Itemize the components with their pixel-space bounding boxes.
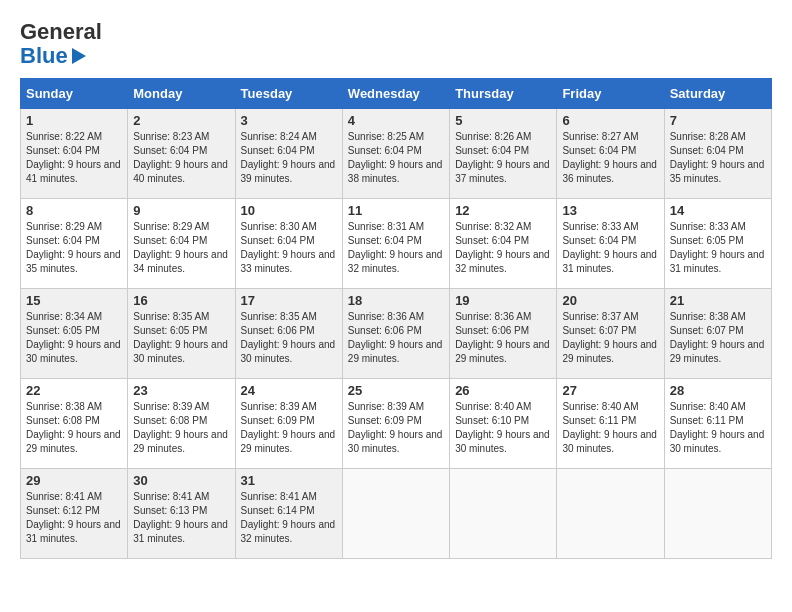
calendar-day-cell — [664, 469, 771, 559]
calendar-day-cell: 8 Sunrise: 8:29 AM Sunset: 6:04 PM Dayli… — [21, 199, 128, 289]
day-number: 24 — [241, 383, 337, 398]
day-info: Sunrise: 8:29 AM Sunset: 6:04 PM Dayligh… — [133, 220, 229, 276]
logo-general: General — [20, 20, 102, 44]
day-info: Sunrise: 8:36 AM Sunset: 6:06 PM Dayligh… — [455, 310, 551, 366]
calendar-day-cell: 25 Sunrise: 8:39 AM Sunset: 6:09 PM Dayl… — [342, 379, 449, 469]
calendar-week-row: 15 Sunrise: 8:34 AM Sunset: 6:05 PM Dayl… — [21, 289, 772, 379]
calendar-day-cell: 7 Sunrise: 8:28 AM Sunset: 6:04 PM Dayli… — [664, 109, 771, 199]
calendar-header-day: Wednesday — [342, 79, 449, 109]
calendar-day-cell — [342, 469, 449, 559]
calendar-day-cell: 13 Sunrise: 8:33 AM Sunset: 6:04 PM Dayl… — [557, 199, 664, 289]
day-number: 26 — [455, 383, 551, 398]
calendar-day-cell: 30 Sunrise: 8:41 AM Sunset: 6:13 PM Dayl… — [128, 469, 235, 559]
day-info: Sunrise: 8:39 AM Sunset: 6:09 PM Dayligh… — [241, 400, 337, 456]
day-number: 23 — [133, 383, 229, 398]
day-info: Sunrise: 8:40 AM Sunset: 6:10 PM Dayligh… — [455, 400, 551, 456]
day-number: 4 — [348, 113, 444, 128]
calendar-day-cell: 18 Sunrise: 8:36 AM Sunset: 6:06 PM Dayl… — [342, 289, 449, 379]
calendar-header-day: Tuesday — [235, 79, 342, 109]
calendar-day-cell: 2 Sunrise: 8:23 AM Sunset: 6:04 PM Dayli… — [128, 109, 235, 199]
day-info: Sunrise: 8:39 AM Sunset: 6:09 PM Dayligh… — [348, 400, 444, 456]
day-number: 25 — [348, 383, 444, 398]
calendar-week-row: 22 Sunrise: 8:38 AM Sunset: 6:08 PM Dayl… — [21, 379, 772, 469]
calendar-week-row: 29 Sunrise: 8:41 AM Sunset: 6:12 PM Dayl… — [21, 469, 772, 559]
calendar-day-cell: 28 Sunrise: 8:40 AM Sunset: 6:11 PM Dayl… — [664, 379, 771, 469]
calendar-day-cell: 10 Sunrise: 8:30 AM Sunset: 6:04 PM Dayl… — [235, 199, 342, 289]
day-number: 7 — [670, 113, 766, 128]
day-number: 13 — [562, 203, 658, 218]
day-info: Sunrise: 8:29 AM Sunset: 6:04 PM Dayligh… — [26, 220, 122, 276]
day-info: Sunrise: 8:40 AM Sunset: 6:11 PM Dayligh… — [562, 400, 658, 456]
day-number: 22 — [26, 383, 122, 398]
day-info: Sunrise: 8:41 AM Sunset: 6:12 PM Dayligh… — [26, 490, 122, 546]
calendar-day-cell — [450, 469, 557, 559]
calendar-week-row: 8 Sunrise: 8:29 AM Sunset: 6:04 PM Dayli… — [21, 199, 772, 289]
calendar-day-cell: 3 Sunrise: 8:24 AM Sunset: 6:04 PM Dayli… — [235, 109, 342, 199]
day-info: Sunrise: 8:23 AM Sunset: 6:04 PM Dayligh… — [133, 130, 229, 186]
calendar-day-cell: 4 Sunrise: 8:25 AM Sunset: 6:04 PM Dayli… — [342, 109, 449, 199]
day-number: 29 — [26, 473, 122, 488]
calendar-day-cell: 23 Sunrise: 8:39 AM Sunset: 6:08 PM Dayl… — [128, 379, 235, 469]
calendar-week-row: 1 Sunrise: 8:22 AM Sunset: 6:04 PM Dayli… — [21, 109, 772, 199]
calendar-day-cell: 26 Sunrise: 8:40 AM Sunset: 6:10 PM Dayl… — [450, 379, 557, 469]
calendar-day-cell: 16 Sunrise: 8:35 AM Sunset: 6:05 PM Dayl… — [128, 289, 235, 379]
day-info: Sunrise: 8:25 AM Sunset: 6:04 PM Dayligh… — [348, 130, 444, 186]
logo: General Blue — [20, 20, 102, 68]
calendar-day-cell: 1 Sunrise: 8:22 AM Sunset: 6:04 PM Dayli… — [21, 109, 128, 199]
calendar-day-cell: 11 Sunrise: 8:31 AM Sunset: 6:04 PM Dayl… — [342, 199, 449, 289]
calendar-table: SundayMondayTuesdayWednesdayThursdayFrid… — [20, 78, 772, 559]
day-info: Sunrise: 8:32 AM Sunset: 6:04 PM Dayligh… — [455, 220, 551, 276]
calendar-day-cell: 21 Sunrise: 8:38 AM Sunset: 6:07 PM Dayl… — [664, 289, 771, 379]
day-number: 17 — [241, 293, 337, 308]
calendar-day-cell: 17 Sunrise: 8:35 AM Sunset: 6:06 PM Dayl… — [235, 289, 342, 379]
day-number: 6 — [562, 113, 658, 128]
calendar-day-cell: 19 Sunrise: 8:36 AM Sunset: 6:06 PM Dayl… — [450, 289, 557, 379]
page-header: General Blue — [20, 20, 772, 68]
day-info: Sunrise: 8:40 AM Sunset: 6:11 PM Dayligh… — [670, 400, 766, 456]
day-info: Sunrise: 8:22 AM Sunset: 6:04 PM Dayligh… — [26, 130, 122, 186]
logo-arrow-icon — [72, 48, 86, 64]
calendar-day-cell: 5 Sunrise: 8:26 AM Sunset: 6:04 PM Dayli… — [450, 109, 557, 199]
calendar-day-cell — [557, 469, 664, 559]
calendar-day-cell: 22 Sunrise: 8:38 AM Sunset: 6:08 PM Dayl… — [21, 379, 128, 469]
day-number: 15 — [26, 293, 122, 308]
calendar-day-cell: 31 Sunrise: 8:41 AM Sunset: 6:14 PM Dayl… — [235, 469, 342, 559]
calendar-header-day: Thursday — [450, 79, 557, 109]
logo-blue: Blue — [20, 44, 68, 68]
calendar-day-cell: 27 Sunrise: 8:40 AM Sunset: 6:11 PM Dayl… — [557, 379, 664, 469]
day-info: Sunrise: 8:38 AM Sunset: 6:07 PM Dayligh… — [670, 310, 766, 366]
day-info: Sunrise: 8:41 AM Sunset: 6:14 PM Dayligh… — [241, 490, 337, 546]
day-info: Sunrise: 8:35 AM Sunset: 6:06 PM Dayligh… — [241, 310, 337, 366]
day-info: Sunrise: 8:31 AM Sunset: 6:04 PM Dayligh… — [348, 220, 444, 276]
day-info: Sunrise: 8:34 AM Sunset: 6:05 PM Dayligh… — [26, 310, 122, 366]
day-number: 16 — [133, 293, 229, 308]
day-info: Sunrise: 8:36 AM Sunset: 6:06 PM Dayligh… — [348, 310, 444, 366]
day-number: 11 — [348, 203, 444, 218]
day-info: Sunrise: 8:27 AM Sunset: 6:04 PM Dayligh… — [562, 130, 658, 186]
day-number: 18 — [348, 293, 444, 308]
day-info: Sunrise: 8:37 AM Sunset: 6:07 PM Dayligh… — [562, 310, 658, 366]
calendar-day-cell: 9 Sunrise: 8:29 AM Sunset: 6:04 PM Dayli… — [128, 199, 235, 289]
day-info: Sunrise: 8:35 AM Sunset: 6:05 PM Dayligh… — [133, 310, 229, 366]
day-number: 31 — [241, 473, 337, 488]
day-info: Sunrise: 8:38 AM Sunset: 6:08 PM Dayligh… — [26, 400, 122, 456]
calendar-day-cell: 20 Sunrise: 8:37 AM Sunset: 6:07 PM Dayl… — [557, 289, 664, 379]
day-number: 9 — [133, 203, 229, 218]
day-info: Sunrise: 8:24 AM Sunset: 6:04 PM Dayligh… — [241, 130, 337, 186]
day-number: 12 — [455, 203, 551, 218]
day-number: 20 — [562, 293, 658, 308]
calendar-day-cell: 29 Sunrise: 8:41 AM Sunset: 6:12 PM Dayl… — [21, 469, 128, 559]
calendar-day-cell: 24 Sunrise: 8:39 AM Sunset: 6:09 PM Dayl… — [235, 379, 342, 469]
day-number: 10 — [241, 203, 337, 218]
calendar-header-day: Sunday — [21, 79, 128, 109]
day-number: 28 — [670, 383, 766, 398]
day-info: Sunrise: 8:39 AM Sunset: 6:08 PM Dayligh… — [133, 400, 229, 456]
day-number: 3 — [241, 113, 337, 128]
calendar-header-day: Monday — [128, 79, 235, 109]
day-info: Sunrise: 8:41 AM Sunset: 6:13 PM Dayligh… — [133, 490, 229, 546]
day-number: 19 — [455, 293, 551, 308]
day-info: Sunrise: 8:26 AM Sunset: 6:04 PM Dayligh… — [455, 130, 551, 186]
calendar-header-day: Friday — [557, 79, 664, 109]
day-number: 27 — [562, 383, 658, 398]
day-info: Sunrise: 8:33 AM Sunset: 6:05 PM Dayligh… — [670, 220, 766, 276]
